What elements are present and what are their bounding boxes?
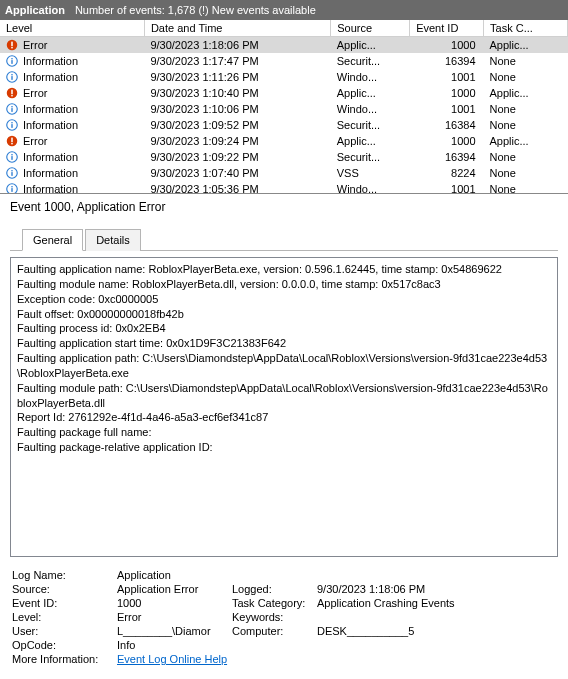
val-keywords <box>317 611 556 623</box>
table-row[interactable]: Information9/30/2023 1:05:36 PMWindo...1… <box>0 181 568 195</box>
lbl-logname: Log Name: <box>12 569 117 581</box>
cell-eventid: 8224 <box>410 165 484 181</box>
tab-general[interactable]: General <box>22 229 83 251</box>
table-row[interactable]: Error9/30/2023 1:09:24 PMApplic...1000Ap… <box>0 133 568 149</box>
message-line: Faulting package full name: <box>17 425 551 440</box>
cell-level: Information <box>23 103 78 115</box>
cell-eventid: 1001 <box>410 101 484 117</box>
cell-eventid: 16384 <box>410 117 484 133</box>
cell-level: Error <box>23 39 47 51</box>
log-subtitle: Number of events: 1,678 (!) New events a… <box>75 0 316 20</box>
cell-eventid: 16394 <box>410 53 484 69</box>
table-row[interactable]: Error9/30/2023 1:18:06 PMApplic...1000Ap… <box>0 37 568 53</box>
lbl-user: User: <box>12 625 117 637</box>
val-eventid: 1000 <box>117 597 232 609</box>
lbl-taskcat: Task Category: <box>232 597 317 609</box>
cell-level: Information <box>23 119 78 131</box>
info-icon <box>6 71 18 83</box>
cell-task: None <box>484 181 568 195</box>
col-task[interactable]: Task C... <box>484 20 568 37</box>
cell-date: 9/30/2023 1:05:36 PM <box>144 181 330 195</box>
table-row[interactable]: Information9/30/2023 1:09:22 PMSecurit..… <box>0 149 568 165</box>
col-eventid[interactable]: Event ID <box>410 20 484 37</box>
cell-task: Applic... <box>484 133 568 149</box>
cell-task: None <box>484 69 568 85</box>
info-icon <box>6 103 18 115</box>
message-line: Fault offset: 0x00000000018fb42b <box>17 307 551 322</box>
log-title: Application <box>5 0 65 20</box>
val-user: L________\Diamor <box>117 625 232 637</box>
val-opcode: Info <box>117 639 556 651</box>
cell-date: 9/30/2023 1:17:47 PM <box>144 53 330 69</box>
cell-source: Windo... <box>331 181 410 195</box>
val-source: Application Error <box>117 583 232 595</box>
column-header-row[interactable]: Level Date and Time Source Event ID Task… <box>0 20 568 37</box>
table-row[interactable]: Information9/30/2023 1:09:52 PMSecurit..… <box>0 117 568 133</box>
table-row[interactable]: Information9/30/2023 1:11:26 PMWindo...1… <box>0 69 568 85</box>
val-logname: Application <box>117 569 556 581</box>
lbl-keywords: Keywords: <box>232 611 317 623</box>
event-metadata: Log Name: Application Source: Applicatio… <box>10 569 558 665</box>
cell-task: None <box>484 117 568 133</box>
svg-rect-17 <box>11 124 12 128</box>
message-line: Faulting application name: RobloxPlayerB… <box>17 262 551 277</box>
cell-task: Applic... <box>484 37 568 53</box>
event-message[interactable]: Faulting application name: RobloxPlayerB… <box>10 257 558 557</box>
table-row[interactable]: Information9/30/2023 1:07:40 PMVSS8224No… <box>0 165 568 181</box>
cell-source: Applic... <box>331 133 410 149</box>
cell-eventid: 1000 <box>410 85 484 101</box>
cell-source: Securit... <box>331 53 410 69</box>
cell-task: None <box>484 149 568 165</box>
svg-rect-10 <box>11 89 13 94</box>
cell-date: 9/30/2023 1:07:40 PM <box>144 165 330 181</box>
svg-rect-5 <box>11 60 12 64</box>
lbl-eventid: Event ID: <box>12 597 117 609</box>
message-line: Faulting application start time: 0x0x1D9… <box>17 336 551 351</box>
cell-eventid: 1000 <box>410 37 484 53</box>
svg-point-16 <box>11 121 13 123</box>
cell-date: 9/30/2023 1:09:52 PM <box>144 117 330 133</box>
lbl-level: Level: <box>12 611 117 623</box>
cell-level: Information <box>23 167 78 179</box>
cell-source: VSS <box>331 165 410 181</box>
svg-point-28 <box>11 185 13 187</box>
cell-level: Error <box>23 135 47 147</box>
cell-eventid: 1000 <box>410 133 484 149</box>
val-logged: 9/30/2023 1:18:06 PM <box>317 583 556 595</box>
tab-details[interactable]: Details <box>85 229 141 251</box>
cell-source: Applic... <box>331 85 410 101</box>
info-icon <box>6 119 18 131</box>
cell-eventid: 16394 <box>410 149 484 165</box>
message-line: Faulting package-relative application ID… <box>17 440 551 455</box>
info-icon <box>6 183 18 195</box>
cell-date: 9/30/2023 1:10:06 PM <box>144 101 330 117</box>
detail-title: Event 1000, Application Error <box>0 194 568 220</box>
col-level[interactable]: Level <box>0 20 144 37</box>
detail-tabs: General Details <box>10 228 558 251</box>
cell-level: Information <box>23 183 78 195</box>
svg-point-13 <box>11 105 13 107</box>
table-row[interactable]: Information9/30/2023 1:17:47 PMSecurit..… <box>0 53 568 69</box>
lbl-moreinfo: More Information: <box>12 653 117 665</box>
col-source[interactable]: Source <box>331 20 410 37</box>
cell-level: Error <box>23 87 47 99</box>
cell-source: Windo... <box>331 101 410 117</box>
lbl-opcode: OpCode: <box>12 639 117 651</box>
message-line: Faulting application path: C:\Users\Diam… <box>17 351 551 381</box>
col-date[interactable]: Date and Time <box>144 20 330 37</box>
event-list[interactable]: Level Date and Time Source Event ID Task… <box>0 20 568 194</box>
table-row[interactable]: Error9/30/2023 1:10:40 PMApplic...1000Ap… <box>0 85 568 101</box>
cell-level: Information <box>23 151 78 163</box>
svg-point-7 <box>11 73 13 75</box>
svg-rect-29 <box>11 188 12 192</box>
table-row[interactable]: Information9/30/2023 1:10:06 PMWindo...1… <box>0 101 568 117</box>
cell-task: Applic... <box>484 85 568 101</box>
cell-date: 9/30/2023 1:18:06 PM <box>144 37 330 53</box>
link-online-help[interactable]: Event Log Online Help <box>117 653 227 665</box>
svg-rect-11 <box>11 94 13 96</box>
cell-source: Securit... <box>331 149 410 165</box>
val-level: Error <box>117 611 232 623</box>
error-icon <box>6 39 18 51</box>
cell-source: Securit... <box>331 117 410 133</box>
svg-rect-2 <box>11 47 13 49</box>
